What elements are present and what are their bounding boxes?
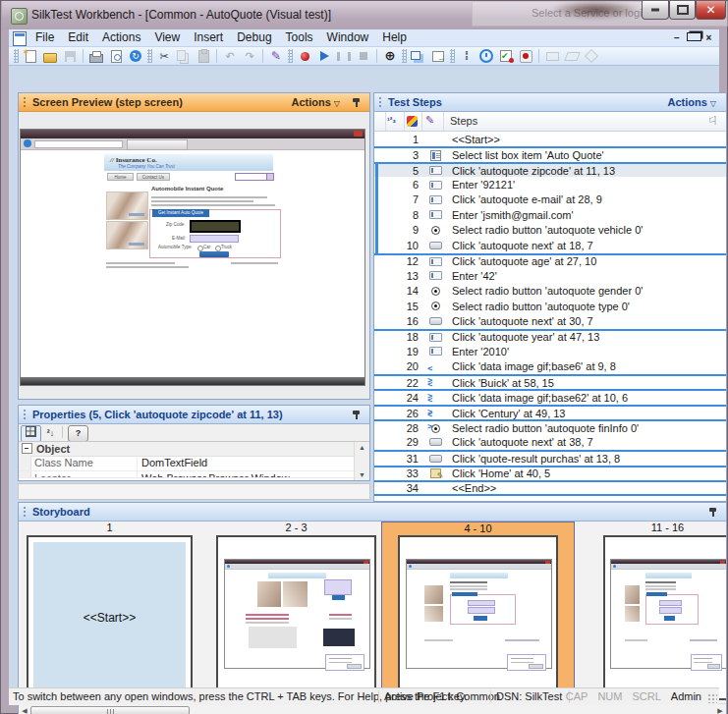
maximize-button[interactable] bbox=[669, 1, 696, 20]
scroll-up-icon[interactable]: ▲ bbox=[355, 444, 369, 451]
property-value[interactable]: Web Browser.Browser Window bbox=[137, 471, 355, 478]
window-preview-button[interactable] bbox=[409, 48, 428, 64]
storyboard-thumbnail[interactable] bbox=[603, 535, 726, 700]
property-group-row[interactable]: Object bbox=[19, 442, 355, 457]
captured-screen-image[interactable]: // Insurance Co. The Company You Can Tru… bbox=[20, 129, 365, 386]
action-column-header[interactable]: ✎ bbox=[421, 112, 444, 131]
categorized-view-button[interactable] bbox=[21, 425, 41, 442]
storyboard-thumbnail[interactable] bbox=[398, 535, 558, 701]
menu-view[interactable]: View bbox=[147, 29, 187, 46]
play-button[interactable] bbox=[314, 48, 334, 64]
print-preview-button[interactable] bbox=[106, 48, 126, 64]
resize-grip-icon[interactable] bbox=[707, 693, 717, 703]
sync-button[interactable] bbox=[126, 48, 145, 64]
pin-icon[interactable] bbox=[708, 507, 717, 518]
test-step-row[interactable]: 9Select radio button 'autoquote vehicle … bbox=[374, 223, 726, 238]
test-step-row[interactable]: 28Select radio button 'autoquote finInfo… bbox=[374, 419, 726, 434]
open-button[interactable] bbox=[40, 48, 60, 64]
test-step-row[interactable]: 29Click 'autoquote next' at 38, 7 bbox=[374, 435, 726, 450]
test-steps-header[interactable]: Test Steps Actions ▽ bbox=[374, 93, 726, 112]
storyboard-thumbnail[interactable] bbox=[216, 535, 376, 700]
mdi-restore-button[interactable] bbox=[687, 32, 700, 43]
storyboard-thumbnail[interactable]: <<Start>> bbox=[27, 535, 193, 700]
cut-button[interactable] bbox=[154, 48, 174, 64]
mdi-minimize-button[interactable]: – bbox=[670, 32, 683, 43]
scroll-right-icon[interactable]: ▶ bbox=[714, 704, 726, 714]
pin-icon[interactable] bbox=[352, 97, 361, 108]
menu-help[interactable]: Help bbox=[375, 29, 414, 46]
scrollbar-thumb[interactable] bbox=[30, 706, 190, 714]
document-icon[interactable] bbox=[13, 31, 27, 46]
test-step-row[interactable]: 12Click 'autoquote age' at 27, 10 bbox=[374, 253, 726, 268]
test-step-row[interactable]: 31Click 'quote-result purchas' at 13, 8 bbox=[374, 450, 726, 465]
pin-icon[interactable] bbox=[352, 410, 361, 420]
test-step-row[interactable]: 8Enter 'jsmith@gmail.com' bbox=[374, 207, 726, 222]
property-row[interactable]: Class Name DomTextField bbox=[19, 456, 355, 471]
test-step-row[interactable]: 19Enter '2010' bbox=[374, 344, 726, 358]
test-step-row[interactable]: 33Click 'Home' at 40, 5 bbox=[374, 466, 726, 480]
test-step-row[interactable]: 20Click 'data image gif;base6' at 9, 8 bbox=[374, 359, 726, 374]
storyboard-item-11-16[interactable]: 11 - 16 bbox=[603, 522, 726, 704]
record-button[interactable] bbox=[295, 48, 314, 64]
close-button[interactable]: ✕ bbox=[696, 1, 726, 20]
menu-file[interactable]: File bbox=[28, 29, 61, 46]
test-step-row[interactable]: 34<<End>> bbox=[374, 480, 726, 495]
panel-grip-icon[interactable] bbox=[23, 506, 27, 518]
menu-tools[interactable]: Tools bbox=[279, 29, 320, 46]
identify-object-button[interactable] bbox=[380, 48, 400, 64]
test-step-row[interactable]: 24Click 'data image gif;base62' at 10, 6 bbox=[374, 389, 726, 404]
test-step-row[interactable]: 22Click 'Buick' at 58, 15 bbox=[374, 374, 726, 389]
new-visual-test-button[interactable] bbox=[21, 48, 40, 64]
record-indicator-button[interactable] bbox=[516, 48, 535, 64]
test-step-row[interactable]: 6Enter '92121' bbox=[374, 177, 726, 192]
test-step-row[interactable]: 5Click 'autoquote zipcode' at 11, 13 bbox=[374, 162, 726, 177]
test-step-row[interactable]: 16Click 'autoquote next' at 30, 7 bbox=[374, 313, 726, 328]
menu-edit[interactable]: Edit bbox=[61, 29, 95, 46]
panel-grip-icon[interactable] bbox=[23, 96, 27, 108]
test-steps-actions-menu[interactable]: Actions ▽ bbox=[667, 93, 716, 113]
property-row-clipped[interactable]: Locator Web Browser.Browser Window bbox=[19, 471, 355, 478]
test-step-row[interactable]: 26Click 'Century' at 49, 13 bbox=[374, 405, 726, 419]
menu-actions[interactable]: Actions bbox=[95, 29, 147, 46]
mdi-close-button[interactable]: × bbox=[702, 32, 715, 43]
storyboard-item-4-10[interactable]: 4 - 10 bbox=[381, 522, 575, 704]
collapse-icon[interactable] bbox=[22, 443, 32, 454]
menu-insert[interactable]: Insert bbox=[187, 29, 230, 46]
menu-window[interactable]: Window bbox=[320, 29, 376, 46]
title-bar[interactable]: Select a Service or login SilkTest Workb… bbox=[2, 1, 726, 29]
test-step-row[interactable]: 10Click 'autoquote next' at 18, 7 bbox=[374, 238, 726, 252]
breakpoint-button[interactable] bbox=[457, 48, 476, 64]
test-step-row[interactable]: 3Select list box item 'Auto Quote' bbox=[374, 146, 726, 161]
scroll-left-icon[interactable]: ◀ bbox=[19, 704, 30, 714]
panel-grip-icon[interactable] bbox=[23, 409, 27, 420]
test-step-row[interactable]: 7Click 'autoquote e-mail' at 28, 9 bbox=[374, 192, 726, 207]
minimize-button[interactable] bbox=[642, 1, 669, 20]
storyboard-item-2-3[interactable]: 2 - 3 bbox=[216, 522, 376, 704]
timer-button[interactable] bbox=[476, 48, 496, 64]
storyboard-header[interactable]: Storyboard bbox=[19, 503, 726, 522]
screen-preview-actions-menu[interactable]: Actions ▽ bbox=[291, 93, 340, 113]
step-icon-cell bbox=[422, 455, 448, 463]
alphabetical-sort-button[interactable]: ²↓ bbox=[40, 425, 61, 442]
screen-preview-header[interactable]: Screen Preview (step screen) Actions ▽ bbox=[19, 93, 369, 112]
menu-debug[interactable]: Debug bbox=[230, 29, 278, 46]
test-step-row[interactable]: 1<<Start>> bbox=[374, 132, 726, 146]
verify-button[interactable] bbox=[496, 48, 516, 64]
storyboard-item-1[interactable]: 1<<Start>> bbox=[27, 522, 193, 704]
print-button[interactable] bbox=[86, 48, 106, 64]
property-help-button[interactable]: ? bbox=[68, 425, 88, 442]
row-number-column-header[interactable]: ¹²₃ bbox=[385, 112, 405, 131]
test-step-row[interactable]: 18Click 'autoquote year' at 47, 13 bbox=[374, 329, 726, 344]
test-step-row[interactable]: 15Select radio button 'autoquote type 0' bbox=[374, 299, 726, 313]
scroll-down-icon[interactable]: ▼ bbox=[355, 471, 369, 478]
flag-icon[interactable]: ⚐ bbox=[707, 114, 718, 128]
object-column-header[interactable] bbox=[404, 112, 422, 131]
test-step-row[interactable]: 14Select radio button 'autoquote gender … bbox=[374, 283, 726, 298]
screen-pen-button[interactable] bbox=[266, 48, 286, 64]
properties-header[interactable]: Properties (5, Click 'autoquote zipcode'… bbox=[19, 406, 369, 424]
property-grid-scrollbar[interactable]: ▲ ▼ bbox=[354, 442, 369, 480]
panel-grip-icon[interactable] bbox=[378, 96, 382, 108]
property-value[interactable]: DomTextField bbox=[137, 456, 355, 470]
export-button[interactable] bbox=[428, 48, 448, 64]
test-step-row[interactable]: 13Enter '42' bbox=[374, 268, 726, 283]
